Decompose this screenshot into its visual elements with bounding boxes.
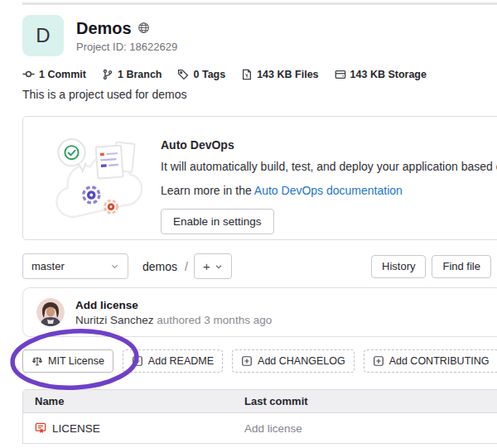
- breadcrumb-project[interactable]: demos: [142, 260, 177, 273]
- history-button[interactable]: History: [371, 255, 426, 278]
- plus-square-icon: [132, 355, 143, 367]
- path-separator: /: [185, 260, 188, 273]
- add-contributing-button[interactable]: Add CONTRIBUTING: [364, 349, 497, 373]
- column-header-last-commit: Last commit: [233, 395, 497, 407]
- globe-icon: [138, 22, 150, 34]
- commit-meta: authored 3 months ago: [157, 314, 272, 326]
- page-title: Demos: [76, 19, 132, 37]
- stat-commits[interactable]: 1 Commit: [22, 68, 86, 80]
- auto-devops-body: It will automatically build, test, and d…: [161, 160, 497, 173]
- commit-message[interactable]: Add license: [75, 299, 272, 311]
- column-header-name: Name: [23, 395, 233, 407]
- author-avatar[interactable]: [36, 298, 65, 326]
- stat-storage[interactable]: 143 KB Storage: [335, 69, 427, 80]
- plus-square-icon: [373, 355, 384, 367]
- add-file-dropdown-button[interactable]: +: [194, 253, 232, 279]
- auto-devops-card: Auto DevOps It will automatically build,…: [22, 116, 497, 240]
- branch-selector[interactable]: master: [22, 253, 128, 279]
- stat-branches[interactable]: 1 Branch: [102, 69, 162, 80]
- add-readme-button[interactable]: Add README: [123, 349, 223, 373]
- stat-files[interactable]: 143 KB Files: [241, 69, 318, 80]
- auto-devops-title: Auto DevOps: [161, 138, 497, 152]
- project-header: D Demos Project ID: 18622629: [22, 15, 177, 56]
- chevron-down-icon: [110, 262, 119, 271]
- auto-devops-doc-link[interactable]: Auto DevOps documentation: [254, 184, 403, 197]
- gitlab-project-page: D Demos Project ID: 18622629 1 C: [0, 0, 497, 448]
- last-commit-box: Add license Nuritzi Sanchez authored 3 m…: [22, 287, 497, 337]
- project-description: This is a project used for demos: [22, 88, 186, 101]
- top-divider: [22, 2, 497, 5]
- tag-icon: [177, 69, 189, 80]
- find-file-button[interactable]: Find file: [432, 255, 491, 278]
- plus-square-icon: [241, 355, 253, 367]
- devops-illustration: [48, 128, 142, 239]
- license-file-icon: [35, 422, 46, 434]
- suggested-files-row: MIT License Add README Add CHANGELOG: [22, 349, 497, 373]
- commit-author[interactable]: Nuritzi Sanchez: [75, 314, 154, 326]
- branch-icon: [102, 69, 113, 80]
- mit-license-button[interactable]: MIT License: [22, 349, 113, 373]
- auto-devops-learn-more: Learn more in the Auto DevOps documentat…: [161, 184, 497, 197]
- project-avatar: D: [22, 15, 64, 56]
- file-table: Name Last commit LICENSE Add license: [22, 389, 497, 444]
- project-stats: 1 Commit 1 Branch 0 Tags: [22, 68, 427, 80]
- file-table-header: Name Last commit: [23, 390, 497, 413]
- file-link-license[interactable]: LICENSE: [23, 422, 233, 435]
- add-changelog-button[interactable]: Add CHANGELOG: [232, 349, 355, 373]
- file-navigation: master demos / + History Find file: [22, 253, 491, 279]
- chevron-down-icon: [215, 263, 223, 271]
- commit-icon: [22, 68, 35, 80]
- document-icon: [241, 69, 253, 80]
- table-row[interactable]: LICENSE Add license: [23, 413, 497, 443]
- plus-icon: +: [203, 259, 210, 273]
- project-id: Project ID: 18622629: [76, 41, 177, 53]
- scale-icon: [31, 355, 43, 367]
- stat-tags[interactable]: 0 Tags: [177, 69, 225, 80]
- enable-in-settings-button[interactable]: Enable in settings: [161, 209, 274, 234]
- file-last-commit-link[interactable]: Add license: [233, 422, 497, 435]
- storage-icon: [335, 69, 346, 80]
